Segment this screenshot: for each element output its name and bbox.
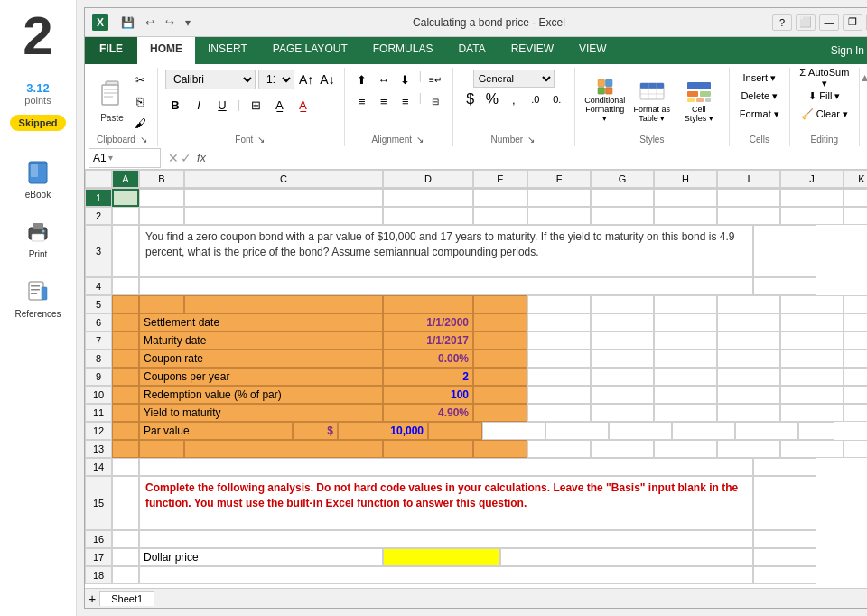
cell-b1[interactable] xyxy=(139,189,184,207)
row-num-12[interactable]: 12 xyxy=(85,422,112,440)
cell-g1[interactable] xyxy=(591,189,654,207)
cell-coupon-label[interactable]: Coupon rate xyxy=(139,350,383,368)
tab-page-layout[interactable]: PAGE LAYOUT xyxy=(260,37,360,64)
merge-btn[interactable]: ⊟ xyxy=(425,91,445,111)
cell-k1[interactable] xyxy=(844,189,867,207)
name-box-dropdown[interactable]: ▾ xyxy=(108,153,113,163)
row-num-2[interactable]: 2 xyxy=(85,207,112,225)
align-top-btn[interactable]: ⬆ xyxy=(352,70,372,89)
row-num-6[interactable]: 6 xyxy=(85,313,112,331)
cell-c2[interactable] xyxy=(184,207,383,225)
add-sheet-btn[interactable]: + xyxy=(89,592,96,606)
cell-coupons-year-val[interactable]: 2 xyxy=(383,368,473,386)
cell-j2[interactable] xyxy=(780,207,844,225)
bold-btn[interactable]: B xyxy=(165,95,185,115)
row-num-9[interactable]: 9 xyxy=(85,368,112,386)
cell-maturity-label[interactable]: Maturity date xyxy=(139,331,383,350)
cell-yield-label[interactable]: Yield to maturity xyxy=(139,404,383,422)
currency-btn[interactable]: $ xyxy=(461,89,480,109)
row-num-8[interactable]: 8 xyxy=(85,350,112,368)
copy-btn[interactable]: ⎘ xyxy=(130,91,150,111)
undo-quick-btn[interactable]: ↩ xyxy=(142,14,158,31)
increase-decimal-btn[interactable]: .0 xyxy=(526,89,545,109)
tab-insert[interactable]: INSERT xyxy=(195,37,260,64)
col-header-b[interactable]: B xyxy=(139,170,184,188)
format-painter-btn[interactable]: 🖌 xyxy=(130,113,150,133)
font-color-btn[interactable]: A̲ xyxy=(293,95,312,115)
cell-d2[interactable] xyxy=(383,207,473,225)
tab-view[interactable]: VIEW xyxy=(566,37,620,64)
tab-home[interactable]: HOME xyxy=(137,37,195,64)
row-num-11[interactable]: 11 xyxy=(85,404,112,422)
sheet-scroll-area[interactable]: A B C D E F G H I J K 1 xyxy=(85,170,867,588)
font-size-select[interactable]: 11 xyxy=(258,70,294,89)
cell-dollar-price-label[interactable]: Dollar price xyxy=(139,548,383,566)
cell-a3[interactable] xyxy=(112,225,139,277)
col-header-j[interactable]: J xyxy=(780,170,844,188)
sign-in-btn[interactable]: Sign In xyxy=(822,37,867,64)
col-header-c[interactable]: C xyxy=(184,170,383,188)
paste-btn[interactable]: Paste xyxy=(96,77,128,126)
cell-redemption-label[interactable]: Redemption value (% of par) xyxy=(139,386,383,404)
print-button[interactable]: Print xyxy=(23,218,52,259)
cell-settlement-label[interactable]: Settlement date xyxy=(139,313,383,331)
cell-c1[interactable] xyxy=(184,189,383,207)
cell-k2[interactable] xyxy=(844,207,867,225)
restore-btn[interactable]: ❐ xyxy=(843,14,862,31)
align-right-btn[interactable]: ≡ xyxy=(396,91,415,111)
percent-btn[interactable]: % xyxy=(482,89,502,109)
row-num-14[interactable]: 14 xyxy=(85,458,112,476)
row-num-4[interactable]: 4 xyxy=(85,277,112,295)
row-num-3[interactable]: 3 xyxy=(85,225,112,277)
conditional-formatting-btn[interactable]: ConditionalFormatting ▾ xyxy=(583,78,628,125)
align-left-btn[interactable]: ≡ xyxy=(352,91,372,111)
row-num-10[interactable]: 10 xyxy=(85,386,112,404)
cell-b2[interactable] xyxy=(139,207,184,225)
minimize-btn[interactable]: — xyxy=(819,14,839,31)
col-header-a[interactable]: A xyxy=(112,170,139,188)
col-header-f[interactable]: F xyxy=(527,170,591,188)
col-header-k[interactable]: K xyxy=(844,170,867,188)
tab-formulas[interactable]: FORMULAS xyxy=(360,37,446,64)
cell-maturity-val[interactable]: 1/1/2017 xyxy=(383,331,473,350)
cell-h2[interactable] xyxy=(654,207,717,225)
col-header-d[interactable]: D xyxy=(383,170,473,188)
cut-btn[interactable]: ✂ xyxy=(130,70,150,89)
col-header-e[interactable]: E xyxy=(473,170,527,188)
number-launcher[interactable]: ↘ xyxy=(526,135,536,145)
fill-btn[interactable]: ⬇ Fill ▾ xyxy=(797,88,852,104)
cancel-formula-btn[interactable]: ✕ xyxy=(168,151,179,165)
cell-i1[interactable] xyxy=(717,189,780,207)
cell-d1[interactable] xyxy=(383,189,473,207)
fill-color-btn[interactable]: A̲ xyxy=(269,95,289,115)
references-button[interactable]: References xyxy=(14,277,61,319)
insert-cells-btn[interactable]: Insert ▾ xyxy=(737,70,782,86)
row-num-7[interactable]: 7 xyxy=(85,331,112,350)
row-num-15[interactable]: 15 xyxy=(85,476,112,530)
comma-btn[interactable]: , xyxy=(504,89,524,109)
clear-btn[interactable]: 🧹 Clear ▾ xyxy=(797,106,852,122)
cell-yield-val[interactable]: 4.90% xyxy=(383,404,473,422)
clipboard-launcher[interactable]: ↘ xyxy=(138,135,149,145)
align-bottom-btn[interactable]: ⬇ xyxy=(396,70,415,89)
cell-a2[interactable] xyxy=(112,207,139,225)
cell-par-label[interactable]: Par value xyxy=(139,422,293,440)
cell-f1[interactable] xyxy=(527,189,591,207)
row-num-1[interactable]: 1 xyxy=(85,189,112,207)
col-header-h[interactable]: H xyxy=(654,170,717,188)
align-middle-btn[interactable]: ↔ xyxy=(374,70,394,89)
cell-g2[interactable] xyxy=(591,207,654,225)
decrease-decimal-btn[interactable]: 0. xyxy=(547,89,567,109)
sheet-tab-1[interactable]: Sheet1 xyxy=(99,591,154,606)
cell-dollar-price-val[interactable] xyxy=(383,548,500,566)
row-num-18[interactable]: 18 xyxy=(85,566,112,584)
confirm-formula-btn[interactable]: ✓ xyxy=(181,151,191,165)
col-header-g[interactable]: G xyxy=(591,170,654,188)
cell-j1[interactable] xyxy=(780,189,844,207)
decrease-font-btn[interactable]: A↓ xyxy=(318,70,336,89)
cell-coupon-val[interactable]: 0.00% xyxy=(383,350,473,368)
delete-cells-btn[interactable]: Delete ▾ xyxy=(737,88,782,104)
tab-review[interactable]: REVIEW xyxy=(499,37,566,64)
customize-quick-btn[interactable]: ▾ xyxy=(182,14,194,31)
cell-f2[interactable] xyxy=(527,207,591,225)
